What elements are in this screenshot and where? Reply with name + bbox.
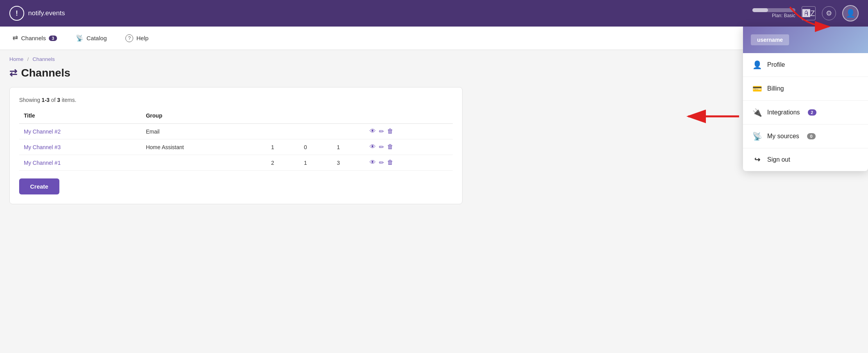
plan-info: Plan: Basic: [752, 8, 795, 18]
channel-c3-1: 2: [266, 155, 299, 171]
edit-icon[interactable]: ✏: [379, 143, 384, 151]
channels-table: Title Group My Channel #2 Email: [19, 109, 453, 171]
dropdown-username: username: [751, 34, 789, 45]
channel-link-1[interactable]: My Channel #1: [24, 160, 61, 166]
signout-icon: ↪: [752, 155, 762, 164]
catalog-label: Catalog: [87, 35, 107, 41]
row-actions-1: 👁 ✏ 🗑: [370, 159, 448, 166]
channel-c5-2: [332, 124, 365, 139]
billing-label: Billing: [767, 85, 784, 92]
edit-icon[interactable]: ✏: [379, 128, 384, 135]
col-c3: [266, 109, 299, 124]
gear-icon: ⚙: [826, 9, 832, 18]
translate-button[interactable]: 🅰Z: [802, 6, 816, 20]
table-row: My Channel #3 Home Assistant 1 0 1 👁 ✏ 🗑: [19, 139, 453, 155]
channels-card: Showing 1-3 of 3 items. Title Group My C…: [9, 87, 463, 204]
channel-c4-1: 1: [299, 155, 332, 171]
channel-c5-3: 1: [332, 139, 365, 155]
settings-button[interactable]: ⚙: [822, 6, 836, 20]
col-actions: [365, 109, 453, 124]
breadcrumb-current: Channels: [32, 56, 55, 62]
logo-icon: !: [9, 6, 24, 21]
logo-exclamation: !: [16, 9, 18, 18]
header: ! notify.events Plan: Basic 🅰Z ⚙ 👤: [0, 0, 868, 27]
breadcrumb: Home / Channels: [0, 50, 868, 64]
plan-bar-fill: [752, 8, 768, 12]
delete-icon[interactable]: 🗑: [387, 143, 393, 151]
channel-c5-1: 3: [332, 155, 365, 171]
table-row: My Channel #1 2 1 3 👁 ✏ 🗑: [19, 155, 453, 171]
channels-icon: ⇄: [13, 34, 18, 42]
breadcrumb-separator: /: [27, 56, 29, 62]
my-sources-badge: 0: [807, 133, 816, 139]
view-icon[interactable]: 👁: [370, 159, 376, 166]
avatar-button[interactable]: 👤: [842, 5, 859, 21]
col-group: Group: [141, 109, 266, 124]
showing-total: 3: [57, 97, 60, 103]
breadcrumb-home[interactable]: Home: [9, 56, 23, 62]
dropdown-signout[interactable]: ↪ Sign out: [743, 148, 868, 171]
table-row: My Channel #2 Email 👁 ✏ 🗑: [19, 124, 453, 139]
nav-bar: ⇄ Channels 3 📡 Catalog ? Help: [0, 27, 868, 50]
my-sources-label: My sources: [767, 133, 799, 140]
logo-text: notify.events: [28, 9, 65, 17]
channel-link-2[interactable]: My Channel #2: [24, 128, 61, 135]
channel-group-2: Email: [141, 124, 266, 139]
page-title: ⇄ Channels: [9, 67, 859, 79]
dropdown-header: username: [743, 27, 868, 53]
profile-label: Profile: [767, 61, 785, 68]
channel-link-3[interactable]: My Channel #3: [24, 144, 61, 150]
showing-range: 1-3: [42, 97, 50, 103]
nav-catalog[interactable]: 📡 Catalog: [73, 32, 110, 44]
profile-icon: 👤: [752, 60, 762, 70]
page-title-text: Channels: [21, 67, 70, 79]
showing-text: Showing 1-3 of 3 items.: [19, 97, 453, 103]
row-actions-2: 👁 ✏ 🗑: [370, 128, 448, 135]
user-dropdown: username 👤 Profile 💳 Billing 🔌 Integrati…: [743, 27, 868, 171]
dropdown-billing[interactable]: 💳 Billing: [743, 77, 868, 101]
edit-icon[interactable]: ✏: [379, 159, 384, 166]
dropdown-integrations[interactable]: 🔌 Integrations 2: [743, 101, 868, 125]
col-title: Title: [19, 109, 141, 124]
integrations-label: Integrations: [767, 109, 800, 116]
translate-icon: 🅰Z: [802, 9, 815, 18]
channels-badge: 3: [49, 36, 57, 41]
dropdown-my-sources[interactable]: 📡 My sources 0: [743, 125, 868, 148]
view-icon[interactable]: 👁: [370, 143, 376, 151]
channel-c3-3: 1: [266, 139, 299, 155]
user-icon: 👤: [846, 9, 855, 18]
create-button[interactable]: Create: [19, 178, 59, 194]
channel-c3-2: [266, 124, 299, 139]
integrations-icon: 🔌: [752, 108, 762, 117]
nav-channels[interactable]: ⇄ Channels 3: [9, 32, 60, 45]
page-title-icon: ⇄: [9, 68, 17, 78]
help-label: Help: [136, 35, 148, 41]
delete-icon[interactable]: 🗑: [387, 159, 393, 166]
col-c5: [332, 109, 365, 124]
signout-label: Sign out: [767, 156, 790, 163]
integrations-badge: 2: [808, 109, 816, 116]
channel-c4-3: 0: [299, 139, 332, 155]
logo: ! notify.events: [9, 6, 65, 21]
nav-help[interactable]: ? Help: [122, 32, 152, 45]
dropdown-profile[interactable]: 👤 Profile: [743, 53, 868, 77]
col-c4: [299, 109, 332, 124]
channel-c4-2: [299, 124, 332, 139]
header-right: Plan: Basic 🅰Z ⚙ 👤: [752, 5, 859, 21]
channel-group-1: [141, 155, 266, 171]
catalog-icon: 📡: [76, 34, 84, 42]
delete-icon[interactable]: 🗑: [387, 128, 393, 135]
billing-icon: 💳: [752, 84, 762, 93]
channels-label: Channels: [21, 35, 46, 41]
plan-label: Plan: Basic: [772, 13, 795, 18]
help-icon: ?: [125, 34, 133, 42]
view-icon[interactable]: 👁: [370, 128, 376, 135]
channel-group-3: Home Assistant: [141, 139, 266, 155]
my-sources-icon: 📡: [752, 132, 762, 141]
plan-bar: [752, 8, 795, 12]
row-actions-3: 👁 ✏ 🗑: [370, 143, 448, 151]
page-content: ⇄ Channels Showing 1-3 of 3 items. Title…: [0, 64, 868, 214]
